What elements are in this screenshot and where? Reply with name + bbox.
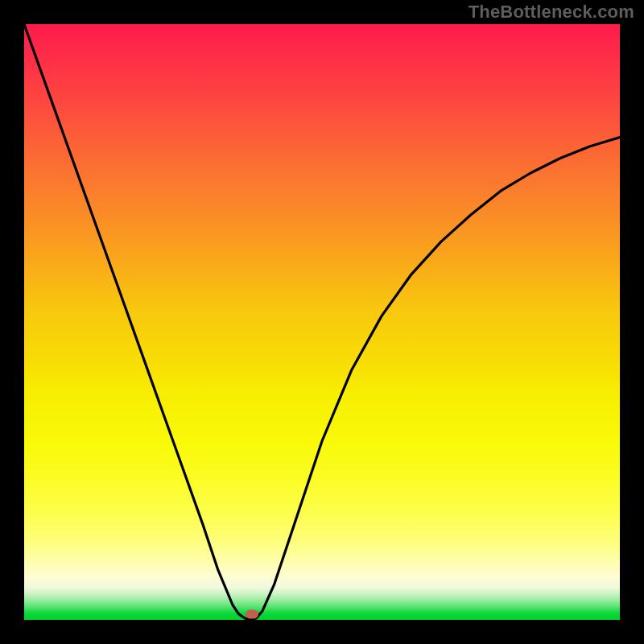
watermark-text: TheBottleneck.com bbox=[469, 2, 634, 23]
curve-svg bbox=[24, 24, 620, 620]
plot-area bbox=[24, 24, 620, 620]
minimum-marker bbox=[246, 610, 258, 619]
chart-container: TheBottleneck.com bbox=[0, 0, 644, 644]
bottleneck-curve bbox=[24, 24, 620, 620]
